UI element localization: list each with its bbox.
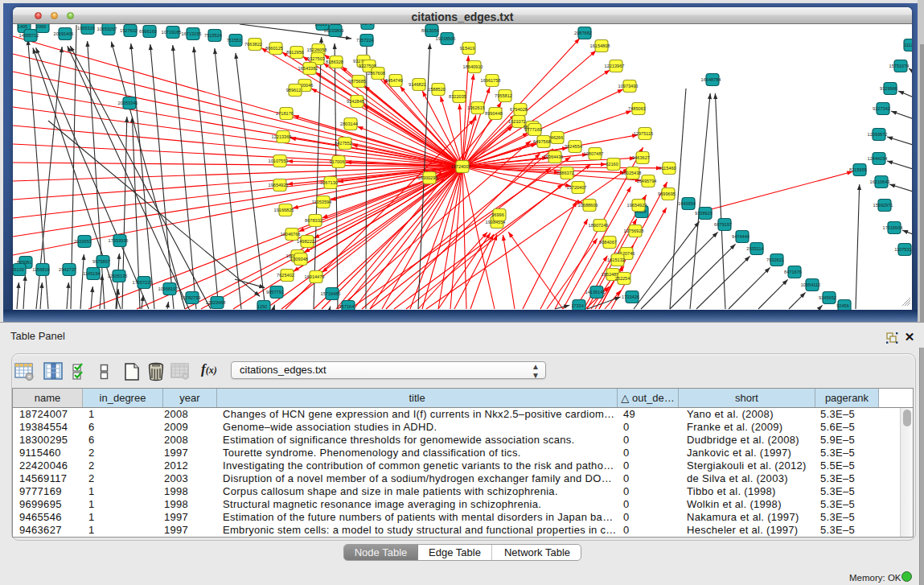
svg-text:6679197: 6679197 — [714, 222, 732, 227]
svg-text:8813054: 8813054 — [421, 28, 439, 33]
svg-text:989612: 989612 — [286, 88, 302, 93]
svg-text:8215955: 8215955 — [849, 167, 867, 172]
svg-text:17334: 17334 — [571, 303, 584, 308]
svg-text:157164: 157164 — [339, 304, 355, 309]
svg-text:12093872: 12093872 — [868, 132, 888, 137]
svg-text:19166825: 19166825 — [274, 208, 294, 212]
svg-text:9245652: 9245652 — [819, 295, 836, 300]
svg-text:9463627: 9463627 — [632, 155, 650, 160]
svg-text:9857791: 9857791 — [266, 290, 284, 295]
svg-text:12505135: 12505135 — [108, 274, 128, 278]
svg-text:8660125: 8660125 — [265, 46, 283, 51]
svg-text:9084067: 9084067 — [599, 240, 617, 245]
svg-text:1145194: 1145194 — [83, 271, 100, 276]
svg-text:9699695: 9699695 — [658, 192, 676, 196]
svg-text:16543382: 16543382 — [298, 66, 318, 71]
svg-text:20364436: 20364436 — [544, 154, 564, 159]
svg-text:1588520: 1588520 — [428, 87, 446, 92]
svg-text:1112: 1112 — [904, 43, 912, 47]
svg-text:15720407: 15720407 — [567, 185, 587, 190]
svg-text:3267130: 3267130 — [320, 180, 338, 185]
svg-text:18300295: 18300295 — [418, 175, 438, 180]
svg-text:7625402: 7625402 — [277, 273, 294, 278]
svg-text:16782759: 16782759 — [181, 295, 201, 300]
svg-text:8471676: 8471676 — [784, 270, 802, 274]
svg-text:1640954: 1640954 — [678, 201, 696, 206]
svg-text:1107531: 1107531 — [894, 247, 911, 252]
svg-text:9242845: 9242845 — [347, 99, 364, 104]
svg-text:10046766: 10046766 — [281, 232, 301, 237]
svg-text:8427552: 8427552 — [335, 141, 352, 146]
svg-text:1621072: 1621072 — [508, 119, 526, 124]
svg-text:12923468: 12923468 — [206, 300, 226, 305]
svg-text:3624554: 3624554 — [565, 144, 582, 149]
svg-text:9227342: 9227342 — [873, 106, 890, 111]
svg-text:16154808: 16154808 — [590, 43, 610, 48]
svg-text:252254: 252254 — [615, 276, 630, 281]
svg-text:1615132: 1615132 — [607, 257, 625, 262]
svg-text:8186328: 8186328 — [326, 60, 343, 64]
svg-text:2069: 2069 — [36, 24, 46, 29]
svg-text:10107553: 10107553 — [269, 159, 289, 163]
svg-text:15692971: 15692971 — [873, 203, 893, 208]
svg-text:1009348: 1009348 — [290, 257, 308, 262]
svg-text:16713155: 16713155 — [182, 31, 202, 36]
svg-text:9329966: 9329966 — [880, 86, 897, 91]
svg-text:2942737: 2942737 — [59, 267, 76, 272]
svg-text:12444154: 12444154 — [868, 156, 888, 161]
svg-text:1292: 1292 — [257, 304, 267, 309]
svg-text:10973493: 10973493 — [618, 84, 639, 89]
svg-text:20053346: 20053346 — [118, 101, 138, 105]
svg-text:14136141: 14136141 — [585, 290, 606, 295]
svg-text:17016504: 17016504 — [883, 225, 903, 230]
svg-text:18907249: 18907249 — [589, 223, 609, 228]
svg-text:7357224: 7357224 — [356, 38, 374, 43]
svg-text:6794028: 6794028 — [510, 107, 528, 112]
svg-text:19654923: 19654923 — [627, 203, 647, 208]
svg-text:16033809: 16033809 — [324, 28, 344, 33]
svg-text:10653267: 10653267 — [97, 27, 117, 31]
svg-text:917006: 917006 — [330, 159, 345, 164]
svg-text:2867608: 2867608 — [368, 71, 385, 76]
svg-text:2718176: 2718176 — [276, 111, 294, 116]
svg-text:15716485: 15716485 — [321, 291, 341, 296]
svg-text:39139: 39139 — [13, 267, 24, 272]
svg-text:1527602: 1527602 — [120, 28, 138, 33]
svg-text:1065326: 1065326 — [77, 26, 95, 31]
svg-text:2803144: 2803144 — [340, 122, 358, 126]
svg-text:62160: 62160 — [606, 162, 618, 167]
svg-text:17957223: 17957223 — [133, 280, 153, 285]
svg-text:7515524: 7515524 — [204, 33, 222, 38]
svg-text:17353936: 17353936 — [109, 238, 129, 243]
svg-text:9875685: 9875685 — [348, 79, 366, 84]
svg-text:1733426: 1733426 — [622, 295, 639, 299]
svg-text:915419: 915419 — [460, 46, 475, 51]
svg-text:16648784: 16648784 — [701, 77, 721, 82]
svg-text:9115460: 9115460 — [659, 166, 676, 171]
svg-text:2087682: 2087682 — [574, 31, 592, 35]
svg-text:16914479: 16914479 — [305, 274, 325, 279]
svg-text:10025438: 10025438 — [622, 171, 642, 175]
svg-text:12975115: 12975115 — [634, 131, 653, 136]
svg-text:16210643: 16210643 — [870, 179, 890, 184]
svg-text:8678332: 8678332 — [305, 218, 322, 223]
svg-text:18724007: 18724007 — [451, 164, 471, 169]
svg-text:11353594: 11353594 — [312, 200, 331, 204]
svg-text:19756928: 19756928 — [624, 229, 644, 233]
svg-text:6966160: 6966160 — [139, 29, 157, 34]
svg-text:6497568: 6497568 — [533, 139, 551, 144]
svg-text:8990448: 8990448 — [485, 111, 503, 116]
svg-text:7663822: 7663822 — [244, 42, 262, 47]
svg-text:10807487: 10807487 — [584, 151, 604, 156]
svg-text:15751074: 15751074 — [889, 64, 910, 68]
svg-text:9327503: 9327503 — [307, 56, 325, 61]
svg-text:92456: 92456 — [836, 303, 849, 308]
svg-text:16961758: 16961758 — [481, 78, 501, 83]
svg-text:1156819: 1156819 — [32, 267, 49, 272]
svg-text:2935114: 2935114 — [746, 246, 763, 251]
svg-text:1405: 1405 — [18, 24, 27, 29]
svg-text:73572: 73572 — [359, 24, 372, 26]
svg-text:16495794: 16495794 — [637, 179, 657, 183]
svg-text:1498222: 1498222 — [297, 239, 314, 244]
svg-text:96996: 96996 — [491, 212, 504, 217]
